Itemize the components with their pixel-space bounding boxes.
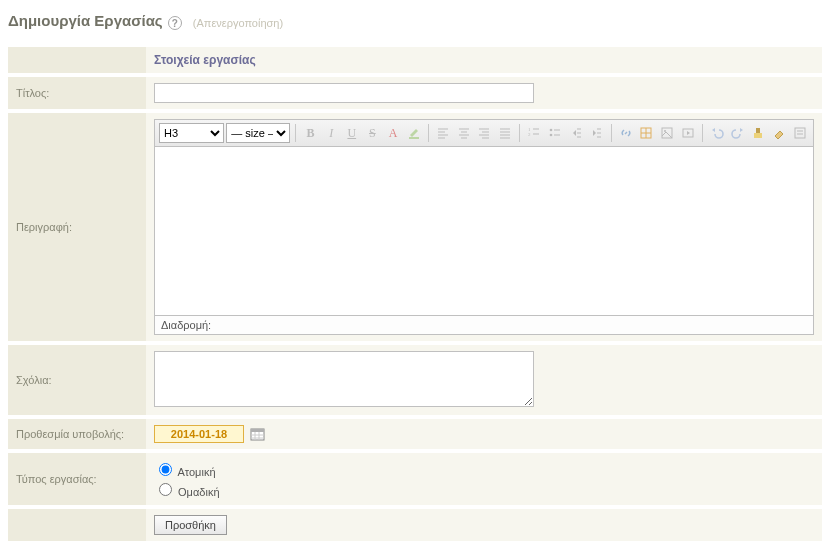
radio-individual[interactable] [159, 463, 172, 476]
align-right-icon[interactable] [475, 123, 494, 143]
deactivate-link[interactable]: (Απενεργοποίηση) [193, 17, 283, 29]
svg-marker-0 [410, 129, 418, 137]
media-icon[interactable] [678, 123, 697, 143]
outdent-icon[interactable] [566, 123, 585, 143]
separator [611, 124, 612, 142]
svg-marker-26 [573, 130, 576, 136]
svg-rect-44 [756, 128, 760, 133]
title-input[interactable] [154, 83, 534, 103]
indent-icon[interactable] [587, 123, 606, 143]
label-submit-blank [8, 509, 146, 541]
label-title: Τίτλος: [8, 77, 146, 109]
help-icon[interactable]: ? [168, 16, 182, 30]
submit-button[interactable]: Προσθήκη [154, 515, 227, 535]
label-work-type: Τύπος εργασίας: [8, 453, 146, 505]
rich-text-editor: H3 — size — B I U S A [154, 119, 814, 335]
separator [519, 124, 520, 142]
italic-icon[interactable]: I [322, 123, 341, 143]
radio-group-row[interactable]: Ομαδική [154, 479, 814, 499]
section-heading: Στοιχεία εργασίας [154, 53, 256, 67]
svg-marker-40 [687, 131, 690, 135]
link-icon[interactable] [617, 123, 636, 143]
image-icon[interactable] [658, 123, 677, 143]
svg-rect-46 [795, 128, 805, 138]
label-comments: Σχόλια: [8, 345, 146, 415]
eraser-icon[interactable] [770, 123, 789, 143]
svg-marker-30 [593, 130, 596, 136]
label-description: Περιγραφή: [8, 113, 146, 341]
undo-icon[interactable] [708, 123, 727, 143]
separator [295, 124, 296, 142]
align-center-icon[interactable] [454, 123, 473, 143]
size-select[interactable]: — size — [226, 123, 290, 143]
align-left-icon[interactable] [434, 123, 453, 143]
label-blank [8, 47, 146, 73]
svg-marker-45 [775, 131, 783, 139]
radio-individual-row[interactable]: Ατομική [154, 459, 814, 479]
background-color-icon[interactable] [404, 123, 423, 143]
radio-group[interactable] [159, 483, 172, 496]
separator [428, 124, 429, 142]
underline-icon[interactable]: U [342, 123, 361, 143]
deadline-input[interactable] [154, 425, 244, 443]
editor-toolbar: H3 — size — B I U S A [155, 120, 813, 147]
bold-icon[interactable]: B [301, 123, 320, 143]
form-table: Στοιχεία εργασίας Τίτλος: Περιγραφή: H3 … [8, 43, 822, 545]
svg-marker-42 [740, 128, 743, 132]
format-select[interactable]: H3 [159, 123, 224, 143]
comments-textarea[interactable] [154, 351, 534, 407]
cleanup-icon[interactable] [749, 123, 768, 143]
redo-icon[interactable] [729, 123, 748, 143]
svg-rect-50 [251, 429, 264, 432]
strikethrough-icon[interactable]: S [363, 123, 382, 143]
page-title: Δημιουργία Εργασίας [8, 12, 163, 29]
svg-marker-41 [712, 128, 715, 132]
svg-point-22 [550, 129, 553, 132]
editor-textarea[interactable] [155, 147, 813, 315]
svg-point-24 [550, 134, 553, 137]
svg-rect-1 [409, 137, 419, 139]
radio-group-label: Ομαδική [178, 486, 219, 498]
radio-individual-label: Ατομική [177, 466, 215, 478]
svg-rect-43 [754, 133, 762, 138]
source-icon[interactable] [790, 123, 809, 143]
label-deadline: Προθεσμία υποβολής: [8, 419, 146, 449]
align-justify-icon[interactable] [496, 123, 515, 143]
ordered-list-icon[interactable]: 12 [525, 123, 544, 143]
editor-path-label: Διαδρομή: [155, 315, 813, 334]
unordered-list-icon[interactable] [546, 123, 565, 143]
svg-text:2: 2 [528, 132, 531, 137]
text-color-icon[interactable]: A [384, 123, 403, 143]
separator [702, 124, 703, 142]
calendar-icon[interactable] [250, 427, 265, 443]
table-icon[interactable] [637, 123, 656, 143]
